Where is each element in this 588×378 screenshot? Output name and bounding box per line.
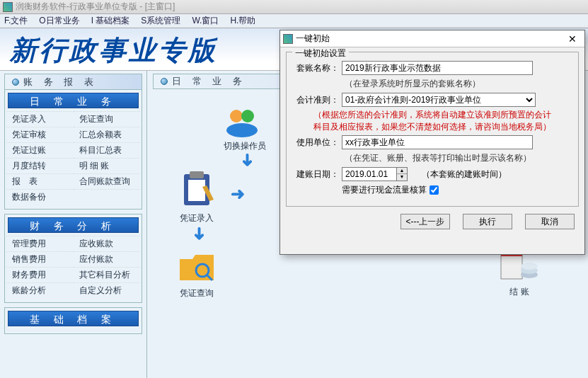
sidebar-item[interactable]: 汇总余额表 xyxy=(74,127,141,142)
menu-daily[interactable]: O日常业务 xyxy=(39,15,79,27)
date-spinner[interactable]: ▲▼ xyxy=(397,167,408,181)
arrow-icon: ➜ xyxy=(190,227,209,241)
svg-point-1 xyxy=(241,110,254,122)
close-icon[interactable]: ✕ xyxy=(563,33,582,45)
input-date[interactable] xyxy=(342,167,397,181)
button-exec[interactable]: 执行 xyxy=(463,214,512,229)
sidebar-item[interactable]: 凭证录入 xyxy=(6,111,74,127)
sidebar-panel-reports[interactable]: 账 务 报 表 xyxy=(4,74,142,89)
main-titlebar: 润衡财务软件-行政事业单位专版 - [主窗口] xyxy=(0,0,588,14)
svg-rect-5 xyxy=(190,171,204,178)
sidebar-item[interactable]: 管理费用 xyxy=(6,236,74,251)
spin-up-icon[interactable]: ▲ xyxy=(397,168,407,174)
sidebar-item[interactable]: 科目汇总表 xyxy=(74,142,141,158)
sidebar-item[interactable]: 凭证过账 xyxy=(6,142,74,158)
sidebar-item[interactable]: 应收账款 xyxy=(74,236,141,251)
menu-file[interactable]: F.文件 xyxy=(4,15,28,27)
button-prev[interactable]: <---上一步 xyxy=(400,214,450,229)
node-voucher-query[interactable]: 凭证查询 xyxy=(177,249,217,299)
folder-search-icon xyxy=(177,249,217,285)
label-rule: 会计准则： xyxy=(292,94,342,106)
dialog-icon xyxy=(283,34,293,44)
group-title-basic: 基 础 档 案 xyxy=(8,311,139,326)
label-date: 建账日期： xyxy=(292,168,342,181)
sidebar-item[interactable]: 凭证审核 xyxy=(6,127,74,142)
node-switch-user[interactable]: 切换操作员 xyxy=(224,106,266,152)
sidebar-item[interactable]: 销售费用 xyxy=(6,251,74,267)
warning-line1: （根据您所选的会计准则，系统将自动建立该准则所预置的会计 xyxy=(295,110,570,120)
dot-icon xyxy=(12,79,19,86)
svg-point-0 xyxy=(230,110,243,122)
dialog-init: 一键初始 ✕ 一键初始设置 套账名称： （在登录系统时所显示的套账名称） 会计准… xyxy=(279,30,585,255)
group-title-analysis: 财 务 分 析 xyxy=(8,217,139,233)
button-cancel[interactable]: 取消 xyxy=(525,214,575,229)
hint-date: （本套账的建账时间） xyxy=(422,168,507,181)
label-cashflow: 需要进行现金流量核算 xyxy=(342,184,427,196)
sidebar-item[interactable]: 月度结转 xyxy=(6,158,74,173)
menubar[interactable]: F.文件 O日常业务 I 基础档案 S系统管理 W.窗口 H.帮助 xyxy=(0,14,588,28)
menu-window[interactable]: W.窗口 xyxy=(192,15,219,27)
dialog-title: 一键初始 xyxy=(296,33,330,45)
sidebar-item xyxy=(74,189,141,205)
group-title-daily: 日 常 业 务 xyxy=(8,93,139,108)
sidebar-item[interactable]: 明 细 账 xyxy=(74,158,141,173)
app-icon xyxy=(3,2,13,12)
sidebar-group-basic: 基 础 档 案 xyxy=(4,307,142,334)
clipboard-icon xyxy=(177,170,217,210)
dialog-titlebar[interactable]: 一键初始 ✕ xyxy=(280,30,584,47)
sidebar-item[interactable]: 数据备份 xyxy=(6,189,74,205)
sidebar-item[interactable]: 自定义分析 xyxy=(74,282,141,298)
sidebar-item[interactable]: 其它科目分析 xyxy=(74,267,141,282)
arrow-icon: ➜ xyxy=(231,184,245,204)
menu-base[interactable]: I 基础档案 xyxy=(91,15,130,27)
hint-unit: （在凭证、账册、报表等打印输出时显示该名称） xyxy=(345,152,572,164)
sidebar-item[interactable]: 合同账款查询 xyxy=(74,173,141,189)
sidebar-group-daily: 日 常 业 务 凭证录入 凭证查询 凭证审核 汇总余额表 凭证过账 科目汇总表 … xyxy=(4,89,142,210)
sidebar-item[interactable]: 账龄分析 xyxy=(6,282,74,298)
svg-point-2 xyxy=(226,123,258,137)
node-voucher-entry[interactable]: 凭证录入 xyxy=(177,170,217,224)
window-title: 润衡财务软件-行政事业单位专版 - [主窗口] xyxy=(16,1,175,13)
svg-rect-4 xyxy=(188,180,205,201)
people-icon xyxy=(224,106,262,137)
label-book-name: 套账名称： xyxy=(292,62,342,74)
sidebar-group-analysis: 财 务 分 析 管理费用 应收账款 销售费用 应付账款 财务费用 其它科目分析 … xyxy=(4,214,142,303)
menu-sysmgmt[interactable]: S系统管理 xyxy=(141,15,180,27)
warning-line2: 科目及相应报表，如果您不清楚如何选择，请咨询当地税务局） xyxy=(295,122,570,132)
sidebar-item[interactable]: 凭证查询 xyxy=(74,111,141,127)
sidebar: 账 务 报 表 日 常 业 务 凭证录入 凭证查询 凭证审核 汇总余额表 凭证过… xyxy=(0,71,147,378)
fieldset-legend: 一键初始设置 xyxy=(292,47,349,59)
sidebar-item[interactable]: 报 表 xyxy=(6,173,74,189)
spin-down-icon[interactable]: ▼ xyxy=(397,174,407,181)
dialog-fieldset: 一键初始设置 套账名称： （在登录系统时所显示的套账名称） 会计准则： 01-政… xyxy=(286,52,579,207)
dot-icon xyxy=(161,78,168,85)
input-book-name[interactable] xyxy=(342,61,533,75)
menu-help[interactable]: H.帮助 xyxy=(230,15,255,27)
label-unit: 使用单位： xyxy=(292,137,342,149)
arrow-icon: ➜ xyxy=(238,153,258,167)
hint-book-name: （在登录系统时所显示的套账名称） xyxy=(345,78,572,90)
checkbox-cashflow[interactable] xyxy=(430,185,439,195)
sidebar-item[interactable]: 应付账款 xyxy=(74,251,141,267)
select-rule[interactable]: 01-政府会计准则-2019行政事业单位 xyxy=(342,93,536,107)
sidebar-item[interactable]: 财务费用 xyxy=(6,267,74,282)
svg-point-12 xyxy=(521,263,538,270)
node-closing[interactable]: 结 账 xyxy=(498,248,541,298)
input-unit[interactable] xyxy=(342,135,533,149)
